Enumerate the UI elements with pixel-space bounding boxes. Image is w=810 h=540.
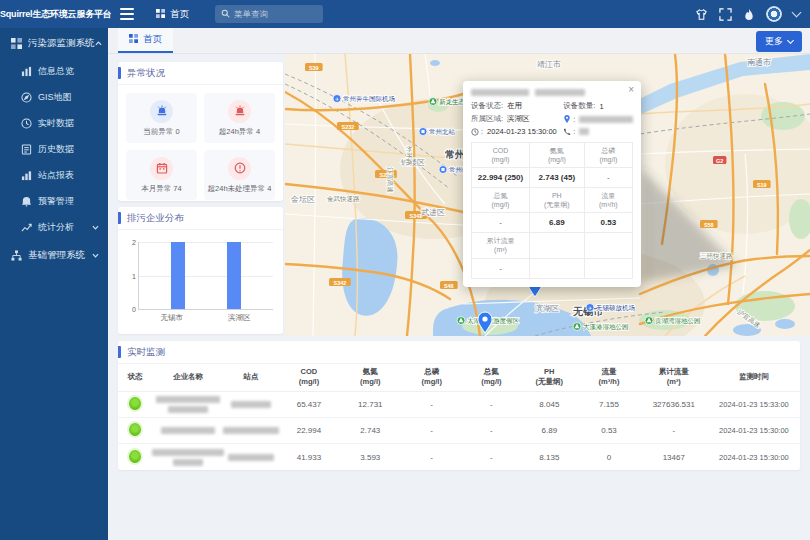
enterprise-distribution-panel: 排污企业分布 012 无锡市滨湖区 [118,207,283,334]
region-value: 滨湖区 [507,114,530,124]
metric-cell: 41.933 [278,444,339,470]
phone-redacted [579,128,589,135]
abnormal-status-panel: 异常状况 当前异常 0超24h异常 4本月异常 74超24h未处理异常 4 [118,62,283,201]
bar-滨湖区 [227,242,241,309]
trend-icon [20,221,32,233]
close-icon[interactable]: × [628,85,634,95]
metric-cell: 0 [578,444,639,470]
metric-cell: 12.731 [340,392,401,418]
station-name-redacted [224,401,279,408]
device-status-value: 在用 [507,101,522,111]
map-label: 滨湖区 [535,304,559,313]
table-row[interactable]: 41.9333.593--8.1350134672024-01-23 15:30… [118,444,800,470]
column-header: 状态 [118,364,152,392]
grid-icon [129,34,138,45]
metric-cell: 7.155 [578,392,639,418]
metric-cell: 3.593 [340,444,401,470]
status-dot-green [129,423,141,436]
metric-cell: 0.53 [578,418,639,444]
y-tick: 2 [126,239,136,246]
metric-header: COD(mg/l) [472,143,530,168]
sidebar-item-gis-map[interactable]: GIS地图 [0,84,108,110]
column-header: 监测时间 [708,364,800,392]
tab-bar: 首页 更多 [108,28,810,54]
panel-title: 排污企业分布 [127,212,184,225]
header-home-link[interactable]: 首页 [156,8,189,21]
svg-text:无锡硕放机场: 无锡硕放机场 [596,304,635,312]
realtime-monitor-panel: 实时监测 状态企业名称站点COD(mg/l)氨氮(mg/l)总磷(mg/l)总氮… [118,341,800,470]
fullscreen-icon[interactable] [719,8,732,21]
chart-bar-icon [20,65,32,77]
alert-card-over24h-abnormal[interactable]: 超24h异常 4 [204,93,275,143]
sidebar-menu: 污染源监测系统信息总览GIS地图实时数据历史数据站点报表预警管理统计分析基础管理… [0,28,108,540]
panel-title: 异常状况 [127,67,165,80]
sidebar-item-alert-manage[interactable]: 预警管理 [0,188,108,214]
search-input[interactable] [234,9,314,19]
map-label: 南通市 [747,57,771,67]
map-poi-airport[interactable]: ✈常州奔牛国际机场 [333,95,395,104]
sidebar-item-station-report[interactable]: 站点报表 [0,162,108,188]
flame-icon[interactable] [743,8,755,21]
sidebar-item-stats-analysis[interactable]: 统计分析 [0,214,108,240]
warning-icon [228,157,251,180]
table-row[interactable]: 65.43712.731--8.0457.155327636.5312024-0… [118,392,800,418]
table-row[interactable]: 22.9942.743--6.890.53-2024-01-23 15:30:0… [118,418,800,444]
metric-cell: - [640,418,708,444]
tab-home[interactable]: 首页 [118,28,173,53]
theme-skin-icon[interactable] [695,8,708,21]
menu-toggle-icon[interactable] [120,8,134,20]
more-button[interactable]: 更多 [756,31,802,52]
popup-time: 2024-01-23 15:30:00 [487,127,557,136]
menu-search-box[interactable] [215,5,323,23]
metric-cell: 2.743 [340,418,401,444]
sidebar-item-info-overview[interactable]: 信息总览 [0,58,108,84]
device-count-value: 1 [599,102,603,111]
station-name-redacted [224,454,279,461]
metric-cell: - [462,392,520,418]
map-label: 武进区 [421,208,445,217]
realtime-monitor-table: 状态企业名称站点COD(mg/l)氨氮(mg/l)总磷(mg/l)总氮(mg/l… [118,364,800,470]
grid-icon [156,9,165,20]
gis-map[interactable]: S39S232S229S342S48G2S58S19S342 靖江市南通市常州市… [285,54,810,336]
monitor-time: 2024-01-23 15:30:00 [708,418,800,444]
alert-card-current-abnormal[interactable]: 当前异常 0 [126,93,197,143]
svg-text:G2: G2 [716,158,723,164]
company-name-redacted [152,449,224,466]
address-redacted [579,116,633,123]
sitemap-icon [10,249,22,261]
alert-card-month-abnormal[interactable]: 本月异常 74 [126,150,197,200]
chevron-down-icon [787,37,794,44]
sidebar-group-base-manage-system[interactable]: 基础管理系统 [0,240,108,270]
table-header: 状态企业名称站点COD(mg/l)氨氮(mg/l)总磷(mg/l)总氮(mg/l… [118,364,800,392]
metric-cell: 65.437 [278,392,339,418]
app-logo: Squirrel生态环境云服务平台 [0,8,108,21]
map-poi-station[interactable]: 常州北站 [419,128,456,137]
chevron-down-icon[interactable] [792,8,802,18]
sidebar-item-realtime-data[interactable]: 实时数据 [0,110,108,136]
alert-card-over24h-unhandled[interactable]: 超24h未处理异常 4 [204,150,275,200]
metric-cell: 6.89 [520,418,578,444]
column-header: 企业名称 [152,364,224,392]
metric-header: 总氮(mg/l) [472,188,530,213]
bar-无锡市 [171,242,185,309]
svg-text:S39: S39 [309,65,319,71]
column-header: 流量(m³/h) [578,364,639,392]
map-label: 金武快速路 [327,195,360,203]
metric-cell: - [401,418,462,444]
sidebar-item-history-data[interactable]: 历史数据 [0,136,108,162]
column-header: 累计流量(m³) [640,364,708,392]
column-header: 站点 [224,364,279,392]
metric-header: 氨氮(mg/l) [530,143,585,168]
svg-text:常州北站: 常州北站 [429,128,456,136]
metric-value: 22.994 (250) [472,168,530,188]
user-avatar[interactable] [766,6,782,22]
metric-header: PH(无量纲) [530,188,585,213]
sidebar-group-pollution-monitor-system[interactable]: 污染源监测系统 [0,28,108,58]
map-label: 金坛区 [290,195,315,204]
svg-text:S232: S232 [341,124,354,130]
metric-value: 0.53 [585,213,633,233]
monitor-time: 2024-01-23 15:30:00 [708,444,800,470]
y-tick: 0 [126,306,136,313]
device-info-popup: × 设备状态:在用 设备数量:1 所属区域:滨湖区 : :2024-01-23 … [463,81,641,287]
company-name-redacted [152,427,224,434]
